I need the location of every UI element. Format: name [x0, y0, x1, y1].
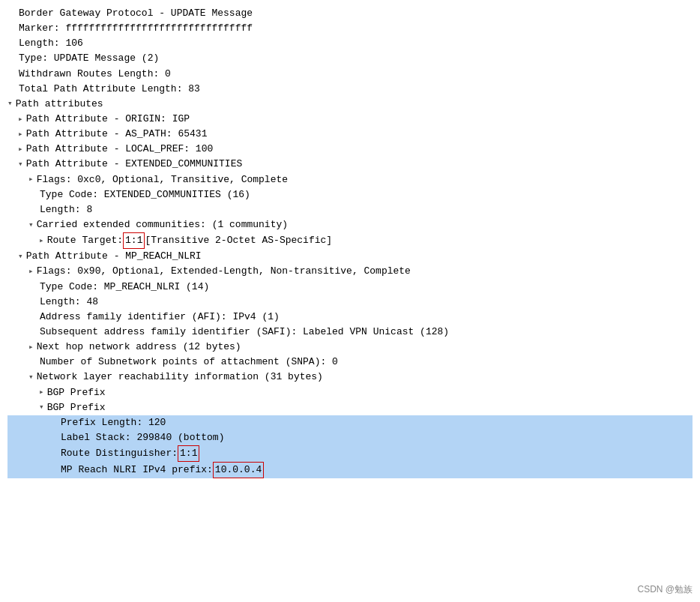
- packet-line-26[interactable]: BGP Prefix: [7, 400, 693, 415]
- toggle-icon[interactable]: [28, 265, 34, 278]
- packet-line-4: Withdrawn Routes Length: 0: [7, 67, 693, 82]
- line-text: Type Code: MP_REACH_NLRI (14): [40, 280, 209, 295]
- packet-line-9[interactable]: Path Attribute - LOCAL_PREF: 100: [7, 142, 693, 157]
- packet-line-28: Label Stack: 299840 (bottom): [7, 430, 693, 445]
- line-prefix: MP Reach NLRI IPv4 prefix:: [61, 463, 213, 478]
- line-text: BGP Prefix: [47, 400, 106, 415]
- line-text: Total Path Attribute Length: 83: [19, 82, 200, 97]
- line-text: Network layer reachability information (…: [37, 370, 323, 385]
- line-text: Path Attribute - AS_PATH: 65431: [26, 127, 208, 142]
- packet-line-1: Marker: ffffffffffffffffffffffffffffffff: [7, 21, 693, 36]
- packet-line-11[interactable]: Flags: 0xc0, Optional, Transitive, Compl…: [7, 172, 693, 187]
- line-text: Path Attribute - MP_REACH_NLRI: [26, 249, 202, 264]
- line-text: Number of Subnetwork points of attachmen…: [40, 355, 338, 370]
- packet-line-23: Number of Subnetwork points of attachmen…: [7, 355, 693, 370]
- line-text: Flags: 0xc0, Optional, Transitive, Compl…: [37, 172, 288, 187]
- packet-line-14[interactable]: Carried extended communities: (1 communi…: [7, 217, 693, 232]
- line-text: Subsequent address family identifier (SA…: [40, 325, 449, 340]
- line-text: Next hop network address (12 bytes): [37, 340, 241, 355]
- line-text: Length: 48: [40, 295, 98, 310]
- line-text: Address family identifier (AFI): IPv4 (1…: [40, 310, 280, 325]
- packet-line-13: Length: 8: [7, 202, 693, 217]
- line-text: Path Attribute - LOCAL_PREF: 100: [26, 142, 214, 157]
- toggle-icon[interactable]: [28, 371, 34, 384]
- packet-line-18: Type Code: MP_REACH_NLRI (14): [7, 280, 693, 295]
- packet-line-8[interactable]: Path Attribute - AS_PATH: 65431: [7, 127, 693, 142]
- packet-line-24[interactable]: Network layer reachability information (…: [7, 370, 693, 385]
- packet-line-15[interactable]: Route Target: 1:1 [Transitive 2-Octet AS…: [7, 232, 693, 249]
- packet-line-10[interactable]: Path Attribute - EXTENDED_COMMUNITIES: [7, 157, 693, 172]
- toggle-icon[interactable]: [18, 128, 23, 141]
- toggle-icon[interactable]: [28, 219, 34, 232]
- line-text: Path attributes: [16, 97, 103, 112]
- toggle-icon[interactable]: [39, 401, 44, 414]
- line-text: Withdrawn Routes Length: 0: [19, 67, 171, 82]
- packet-line-7[interactable]: Path Attribute - ORIGIN: IGP: [7, 112, 693, 127]
- line-text: Carried extended communities: (1 communi…: [37, 217, 288, 232]
- line-text: Marker: ffffffffffffffffffffffffffffffff: [19, 21, 253, 36]
- packet-line-29: Route Distinguisher: 1:1: [7, 445, 693, 462]
- toggle-icon[interactable]: [18, 158, 23, 171]
- packet-line-20: Address family identifier (AFI): IPv4 (1…: [7, 310, 693, 325]
- packet-line-25[interactable]: BGP Prefix: [7, 385, 693, 400]
- line-after-box: [Transitive 2-Octet AS-Specific]: [145, 233, 332, 248]
- toggle-icon[interactable]: [18, 113, 23, 126]
- packet-line-17[interactable]: Flags: 0x90, Optional, Extended-Length, …: [7, 264, 693, 279]
- packet-line-30: MP Reach NLRI IPv4 prefix: 10.0.0.4: [7, 462, 693, 478]
- line-text: Path Attribute - ORIGIN: IGP: [26, 112, 190, 127]
- line-text: BGP Prefix: [47, 385, 106, 400]
- line-prefix: Route Distinguisher:: [61, 446, 178, 461]
- toggle-icon[interactable]: [28, 341, 34, 354]
- line-text: Type: UPDATE Message (2): [19, 51, 159, 66]
- packet-line-3: Type: UPDATE Message (2): [7, 51, 693, 66]
- toggle-icon[interactable]: [18, 143, 23, 156]
- line-text: Border Gateway Protocol - UPDATE Message: [19, 6, 253, 21]
- line-before-box: Route Target:: [47, 233, 123, 248]
- boxed-value: 1:1: [178, 445, 199, 462]
- packet-line-6[interactable]: Path attributes: [7, 97, 693, 112]
- toggle-icon[interactable]: [7, 97, 13, 110]
- toggle-icon[interactable]: [18, 250, 23, 263]
- packet-line-21: Subsequent address family identifier (SA…: [7, 325, 693, 340]
- boxed-value: 10.0.0.4: [213, 462, 264, 478]
- toggle-icon[interactable]: [28, 173, 34, 186]
- line-text: Flags: 0x90, Optional, Extended-Length, …: [37, 264, 411, 279]
- line-text: Prefix Length: 120: [61, 415, 166, 430]
- packet-line-22[interactable]: Next hop network address (12 bytes): [7, 340, 693, 355]
- packet-line-27: Prefix Length: 120: [7, 415, 693, 430]
- packet-line-16[interactable]: Path Attribute - MP_REACH_NLRI: [7, 249, 693, 264]
- packet-line-5: Total Path Attribute Length: 83: [7, 82, 693, 97]
- toggle-icon[interactable]: [39, 235, 44, 247]
- packet-line-19: Length: 48: [7, 295, 693, 310]
- packet-line-2: Length: 106: [7, 36, 693, 51]
- boxed-value: 1:1: [123, 232, 145, 249]
- packet-dissection: Border Gateway Protocol - UPDATE Message…: [0, 0, 700, 484]
- line-text: Label Stack: 299840 (bottom): [61, 430, 224, 445]
- toggle-icon[interactable]: [39, 386, 44, 399]
- line-text: Type Code: EXTENDED_COMMUNITIES (16): [40, 187, 250, 202]
- packet-line-12: Type Code: EXTENDED_COMMUNITIES (16): [7, 187, 693, 202]
- packet-line-0: Border Gateway Protocol - UPDATE Message: [7, 6, 693, 21]
- line-text: Path Attribute - EXTENDED_COMMUNITIES: [26, 157, 243, 172]
- line-text: Length: 8: [40, 202, 92, 217]
- line-text: Length: 106: [19, 36, 83, 51]
- watermark: CSDN @勉族: [637, 583, 693, 596]
